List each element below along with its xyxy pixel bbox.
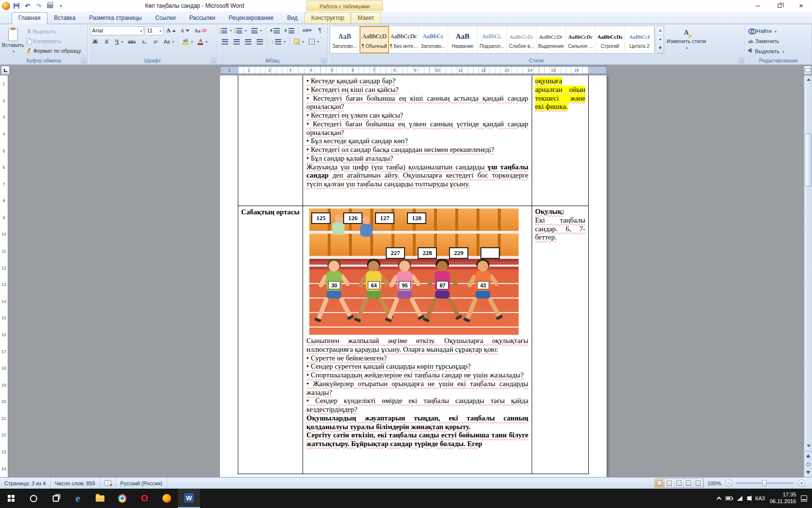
style-tile[interactable]: AaBbCcDc Сильное ... <box>566 26 595 53</box>
table-cell-resources[interactable]: оқушыға арналған ойын текшесі және екі ф… <box>532 75 589 206</box>
ribbon-tab[interactable]: Рецензирование <box>222 12 280 24</box>
task-view-button[interactable] <box>44 489 67 508</box>
taskbar-clock[interactable]: 17:35 06.11.2016 <box>770 492 796 505</box>
word-taskbar-button[interactable] <box>178 489 200 508</box>
ribbon-tab[interactable]: Конструктор <box>304 12 351 24</box>
align-left-button[interactable] <box>219 37 230 46</box>
table-cell-content[interactable]: • Кестеде қандай сандар бар?• Кестедегі … <box>303 75 532 206</box>
scroll-up-button[interactable] <box>804 75 812 84</box>
bullets-button[interactable] <box>219 26 233 35</box>
qat-customize-button[interactable] <box>56 1 66 10</box>
italic-button[interactable]: К <box>102 37 112 46</box>
word-count[interactable]: Число слов: 859 <box>51 478 100 489</box>
zoom-in-button[interactable]: + <box>798 479 805 487</box>
ribbon-tab[interactable]: Вид <box>280 12 304 24</box>
highlight-color-button[interactable]: аб <box>180 37 195 46</box>
justify-button[interactable] <box>254 37 265 46</box>
network-icon[interactable] <box>737 496 742 501</box>
office-button[interactable] <box>2 2 10 10</box>
zoom-slider[interactable] <box>736 482 794 484</box>
zoom-slider-thumb[interactable] <box>762 480 767 486</box>
zoom-level[interactable]: 100% <box>708 480 721 486</box>
select-browse-object-button[interactable] <box>804 460 812 469</box>
font-name-select[interactable]: Arial <box>90 26 144 35</box>
paste-button[interactable]: Вставить <box>2 26 24 56</box>
tab-selector[interactable] <box>1 66 10 75</box>
dialog-launcher-clipboard[interactable] <box>81 58 87 63</box>
borders-button[interactable] <box>307 37 321 46</box>
scrollbar-thumb[interactable] <box>805 134 812 187</box>
restore-button[interactable] <box>768 0 790 12</box>
opera-taskbar-button[interactable] <box>133 489 156 508</box>
sort-button[interactable]: АЯ <box>301 26 314 35</box>
file-explorer-taskbar-button[interactable] <box>89 489 111 508</box>
style-tile[interactable]: AaBbCcDc Выделение <box>536 26 566 53</box>
zoom-out-button[interactable]: − <box>725 479 732 487</box>
bold-button[interactable]: Ж <box>90 37 101 46</box>
battery-icon[interactable] <box>725 496 732 500</box>
volume-icon[interactable] <box>747 496 750 500</box>
underline-button[interactable]: Ч <box>113 37 125 46</box>
align-right-button[interactable] <box>243 37 253 46</box>
find-button[interactable]: Найти <box>747 26 810 35</box>
close-button[interactable] <box>790 0 812 12</box>
style-tile[interactable]: AaBbCcDc Слабое в... <box>507 26 536 53</box>
next-page-button[interactable] <box>804 468 812 477</box>
change-case-button[interactable]: Аа <box>162 37 176 46</box>
edge-taskbar-button[interactable] <box>67 489 89 508</box>
print-layout-view-button[interactable] <box>655 479 665 487</box>
clear-formatting-button[interactable]: Аа <box>192 26 208 35</box>
style-tile[interactable]: AaBbCc Заголово... <box>419 26 448 53</box>
superscript-button[interactable]: x² <box>150 37 161 46</box>
align-center-button[interactable] <box>231 37 242 46</box>
increase-indent-button[interactable] <box>283 26 296 35</box>
grow-font-button[interactable]: А <box>164 26 178 35</box>
undo-button[interactable] <box>23 1 32 10</box>
language-indicator[interactable]: Русский (Россия) <box>116 478 167 489</box>
line-spacing-button[interactable] <box>269 37 288 46</box>
format-painter-button[interactable]: Формат по образцу <box>24 46 83 55</box>
table-cell-stage[interactable] <box>238 75 303 206</box>
start-button[interactable] <box>0 489 22 508</box>
page-indicator[interactable]: Страница: 3 из 4 <box>0 478 51 489</box>
web-layout-view-button[interactable] <box>674 479 684 487</box>
select-button[interactable]: Выделить <box>747 46 810 56</box>
font-color-button[interactable]: А <box>196 37 209 46</box>
horizontal-ruler[interactable]: 1 12345678910111213141516 <box>220 66 607 74</box>
dialog-launcher-styles[interactable] <box>739 58 744 63</box>
strikethrough-button[interactable]: abc <box>126 37 138 46</box>
ribbon-tab[interactable]: Макет <box>351 12 381 24</box>
table-cell-resources[interactable]: Оқулық:Екі таңбалы сандар. 6, 7-беттер. <box>532 206 589 474</box>
style-tile[interactable]: AaBbCcDc Строгий <box>595 26 625 53</box>
style-tile[interactable]: AaB Название <box>448 26 478 53</box>
draft-view-button[interactable] <box>694 479 703 487</box>
ribbon-tab[interactable]: Рассылки <box>182 12 222 24</box>
styles-scroll-down-button[interactable] <box>657 35 664 45</box>
ribbon-tab[interactable]: Главная <box>12 12 47 24</box>
proofing-status[interactable] <box>100 478 116 489</box>
action-center-button[interactable] <box>801 495 807 502</box>
styles-scroll-up-button[interactable] <box>657 26 664 35</box>
style-tile[interactable]: AaBbCc. Подзагол... <box>478 26 507 53</box>
table-cell-content[interactable]: 125126127128 227228229 <box>303 206 532 474</box>
language-switcher[interactable]: КАЗ <box>755 495 765 501</box>
font-size-select[interactable]: 11 <box>145 26 163 35</box>
change-styles-button[interactable]: Изменить стили <box>666 26 707 54</box>
redo-button[interactable] <box>34 1 44 10</box>
style-tile[interactable]: AaB Заголово... <box>330 26 360 53</box>
style-tile[interactable]: AaBbCcDc ¶ Без инте... <box>389 26 419 53</box>
copy-button[interactable]: Копировать <box>24 36 83 45</box>
document-page[interactable]: • Кестеде қандай сандар бар?• Кестедегі … <box>220 75 607 477</box>
decrease-indent-button[interactable] <box>268 26 281 35</box>
show-paragraph-marks-button[interactable]: ¶ <box>315 26 325 35</box>
shading-button[interactable] <box>292 37 306 46</box>
previous-page-button[interactable] <box>804 451 812 460</box>
table-cell-stage[interactable]: Сабақтың ортасы <box>238 206 303 474</box>
ribbon-tab[interactable]: Ссылки <box>148 12 182 24</box>
print-preview-button[interactable] <box>45 1 55 10</box>
subscript-button[interactable]: x₂ <box>139 37 149 46</box>
show-hidden-icons-button[interactable] <box>717 497 722 502</box>
style-tile[interactable]: AaBbCcI Цитата 2 <box>625 26 654 53</box>
ruler-toggle-button[interactable] <box>804 66 812 75</box>
chrome-taskbar-button[interactable] <box>111 489 133 508</box>
